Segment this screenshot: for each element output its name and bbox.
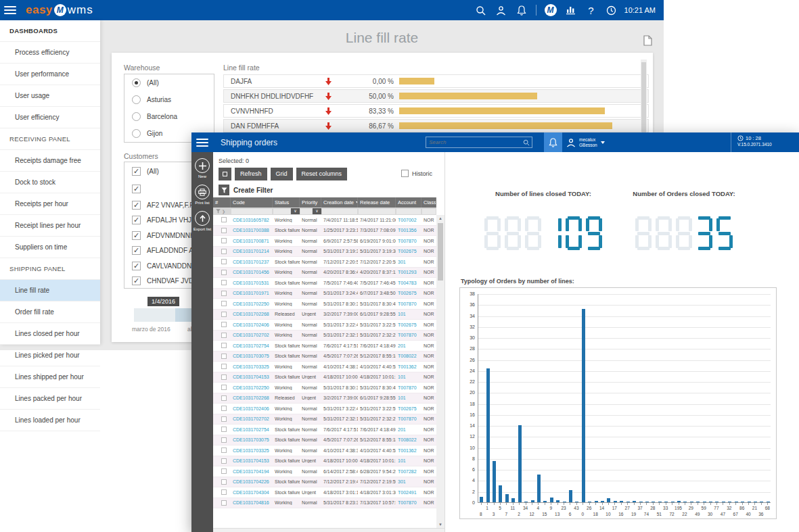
checkbox-icon[interactable]: ✓ [132, 262, 141, 270]
user-menu[interactable]: mecalux GBesson [566, 132, 605, 152]
table-row[interactable]: CDE1031703075Stock failureNormal4/5/2017… [213, 435, 436, 446]
shipping-menu-hamburger-icon[interactable] [196, 139, 208, 147]
table-row[interactable]: CDE1031703325WorkingNormal4/10/2017 4:38… [213, 445, 436, 456]
table-row[interactable]: CDE1031702268ReleasedUrgent3/2/2017 7:39… [213, 393, 436, 404]
sidebar-item-process-efficiency[interactable]: Process efficiency [0, 42, 100, 64]
sidebar-item-user-efficiency[interactable]: User efficiency [0, 107, 100, 128]
table-row[interactable]: CDE1031704153Stock failureUrgent4/18/201… [213, 372, 436, 383]
row-checkbox[interactable] [221, 322, 227, 327]
table-row[interactable]: CDE1031704226Stock failureNormal7/12/201… [213, 477, 436, 488]
tool-new[interactable]: New [191, 158, 213, 178]
table-row[interactable]: CDE1031701237Stock failureNormal7/12/201… [213, 257, 436, 268]
table-row[interactable]: CDE1031702754Stock failureNormal7/6/2017… [213, 425, 436, 435]
search-icon[interactable] [471, 5, 491, 16]
export-page-icon[interactable] [643, 35, 652, 46]
scroll-down-icon[interactable]: ▼ [436, 521, 444, 528]
refresh-button[interactable]: Refresh [235, 168, 267, 180]
filter-input[interactable] [322, 209, 357, 214]
sidebar-item-lines-loaded-per-hour[interactable]: Lines loaded per hour [0, 410, 100, 431]
sidebar-item-order-fill-rate[interactable]: Order fill rate [0, 301, 100, 323]
sidebar-item-lines-packed-per-hour[interactable]: Lines packed per hour [0, 388, 100, 410]
table-row[interactable]: CDE1031702250WorkingNormal5/31/2017 8:30… [213, 383, 436, 393]
column-header-status[interactable]: Status [273, 197, 300, 208]
row-checkbox[interactable] [221, 333, 227, 338]
create-filter-control[interactable]: Create Filter [219, 185, 273, 195]
row-checkbox[interactable] [221, 458, 227, 464]
checkbox-icon[interactable]: ✓ [132, 276, 141, 285]
row-checkbox[interactable] [221, 489, 227, 495]
filter-input[interactable] [422, 209, 436, 214]
select-all-button[interactable] [219, 168, 231, 180]
reset-columns-button[interactable]: Reset columns [296, 168, 348, 180]
sidebar-item-lines-closed-per-hour[interactable]: Lines closed per hour [0, 323, 100, 345]
sidebar-item-line-fill-rate[interactable]: Line fill rate [0, 280, 100, 301]
checkbox-icon[interactable]: ✓ [132, 246, 141, 255]
row-checkbox[interactable] [221, 291, 227, 296]
row-checkbox[interactable] [221, 500, 227, 506]
column-header-num[interactable]: # [213, 197, 231, 208]
row-checkbox[interactable] [221, 395, 227, 401]
warehouse-option-barcelona[interactable]: Barcelona [124, 108, 214, 125]
scroll-up-icon[interactable]: ▲ [436, 215, 444, 222]
notifications-bell-icon[interactable] [511, 5, 532, 16]
sidebar-item-lines-picked-per-hour[interactable]: Lines picked per hour [0, 345, 100, 366]
filter-input[interactable] [396, 209, 421, 214]
row-checkbox[interactable] [221, 217, 227, 222]
table-row[interactable]: CDE1031702268ReleasedUrgent3/2/2017 7:39… [213, 310, 436, 320]
column-header-code[interactable]: Code [231, 197, 273, 208]
tool-export-list[interactable]: Export list [191, 211, 213, 231]
radio-icon[interactable] [132, 95, 141, 104]
sidebar-item-suppliers-on-time[interactable]: Suppliers on time [0, 237, 100, 258]
table-row[interactable]: CDE1031704194WorkingNormal6/14/2017 2:58… [213, 466, 436, 477]
filter-input[interactable] [273, 209, 290, 214]
sidebar-item-receipt-lines-per-hour[interactable]: Receipt lines per hour [0, 215, 100, 237]
shipping-search-icon[interactable] [523, 139, 530, 146]
radio-icon[interactable] [132, 129, 141, 138]
row-checkbox[interactable] [221, 270, 227, 275]
table-row[interactable]: CDE1031605782WorkingNormal7/4/2017 11:18… [213, 215, 436, 226]
table-row[interactable]: CDE1031701214WorkingNormal5/31/2017 3:19… [213, 247, 436, 258]
filter-expand-icon[interactable]: ❯ [222, 209, 225, 214]
filter-input[interactable] [359, 209, 395, 214]
table-row[interactable]: CDE1031703075Stock failureNormal4/5/2017… [213, 352, 436, 362]
column-header-account[interactable]: Account [396, 197, 421, 208]
sidebar-item-dock-to-stock[interactable]: Dock to stock [0, 172, 100, 193]
user-icon[interactable] [491, 5, 511, 16]
table-row[interactable]: CDE1031704816WorkingNormal5/31/2017 8:23… [213, 498, 436, 509]
row-checkbox[interactable] [221, 259, 227, 264]
table-row[interactable]: CDE1031704153Stock failureUrgent4/18/201… [213, 456, 436, 467]
table-row[interactable]: CDE1031700871WorkingNormal6/9/2017 2:57:… [213, 236, 436, 247]
sidebar-item-lines-shipped-per-hour[interactable]: Lines shipped per hour [0, 366, 100, 388]
row-checkbox[interactable] [221, 374, 227, 380]
row-checkbox[interactable] [221, 343, 227, 348]
row-checkbox[interactable] [221, 354, 227, 359]
radio-icon[interactable] [132, 112, 141, 121]
warehouse-option--all-[interactable]: (All) [124, 74, 214, 91]
filter-dropdown-icon[interactable]: ∨ [313, 208, 321, 214]
table-row[interactable]: CDE1031701971WorkingNormal5/31/2017 3:24… [213, 289, 436, 299]
row-checkbox[interactable] [221, 385, 227, 390]
table-row[interactable]: CDE1031702250WorkingNormal5/31/2017 8:30… [213, 299, 436, 310]
table-row[interactable]: CDE1031704304Stock failureUrgent4/18/201… [213, 487, 436, 498]
filter-input[interactable] [231, 209, 272, 214]
table-row[interactable]: CDE1031700388Stock failureNormal1/25/201… [213, 226, 436, 237]
checkbox-icon[interactable]: ✓ [132, 167, 141, 176]
warehouse-option-asturias[interactable]: Asturias [124, 91, 214, 108]
table-row[interactable]: CDE1031702754Stock failureNormal7/6/2017… [213, 341, 436, 352]
row-checkbox[interactable] [221, 364, 227, 369]
table-row[interactable]: CDE1031702406WorkingNormal5/31/2017 3:22… [213, 404, 436, 414]
table-row[interactable]: CDE1031702702WorkingNormal5/31/2017 2:32… [213, 331, 436, 341]
shipping-search-input[interactable] [426, 139, 523, 145]
column-header-priority[interactable]: Priority [300, 197, 321, 208]
row-checkbox[interactable] [221, 437, 227, 443]
table-row[interactable]: CDE1031702702WorkingNormal5/31/2017 2:32… [213, 414, 436, 425]
orders-vertical-scrollbar[interactable]: ▲ ▼ [436, 215, 444, 528]
dashboards-chart-icon[interactable] [561, 5, 581, 15]
row-checkbox[interactable] [221, 238, 227, 243]
row-checkbox[interactable] [221, 468, 227, 474]
sidebar-item-user-performance[interactable]: User performance [0, 64, 100, 85]
filter-dropdown-icon[interactable]: ∨ [291, 208, 300, 214]
table-row[interactable]: CDE1031701531Stock failureNormal7/5/2017… [213, 278, 436, 289]
checkbox-icon[interactable]: ✓ [132, 201, 141, 210]
mecalux-app-icon[interactable]: M [541, 4, 561, 16]
